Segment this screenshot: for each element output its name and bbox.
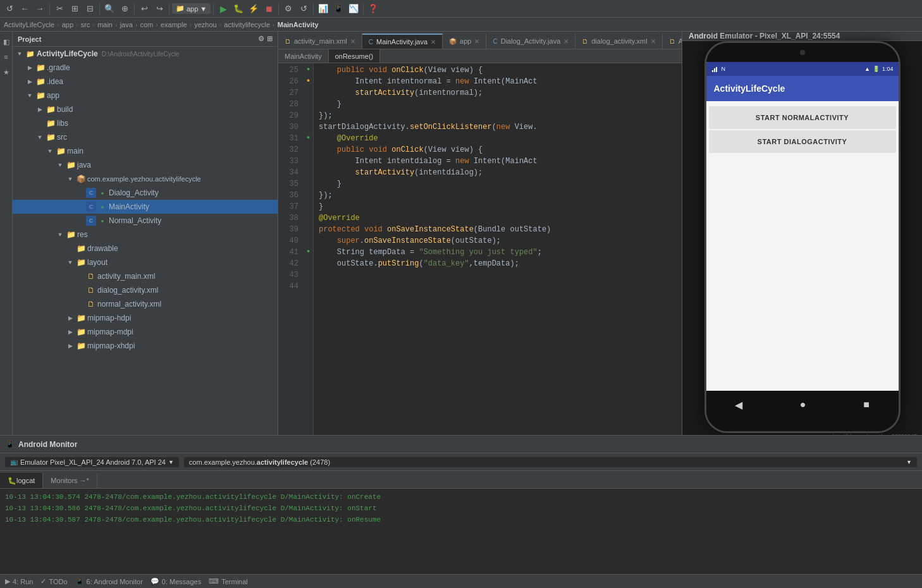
method-tab-onresume[interactable]: onResume() bbox=[329, 49, 381, 63]
bc-example[interactable]: example bbox=[161, 21, 187, 28]
emulator-selector[interactable]: 📺 Emulator Pixel_XL_API_24 Android 7.0, … bbox=[5, 457, 179, 467]
tab-activity-main-xml[interactable]: 🗋 activity_main.xml ✕ bbox=[278, 34, 362, 49]
tree-mipmap-xhdpi[interactable]: ▶ 📁 mipmap-xhdpi bbox=[13, 339, 278, 353]
structure-icon[interactable]: ≡ bbox=[1, 52, 11, 62]
bc-mainactivity[interactable]: MainActivity bbox=[278, 21, 319, 28]
redo-btn[interactable]: ↪ bbox=[152, 2, 166, 16]
method-tab-mainactivity[interactable]: MainActivity bbox=[278, 49, 329, 63]
bc-sep7: › bbox=[190, 21, 192, 28]
cut-btn[interactable]: ✂ bbox=[52, 2, 66, 16]
tab-mainactivity-java-close[interactable]: ✕ bbox=[431, 39, 436, 46]
paste-btn[interactable]: ⊟ bbox=[83, 2, 97, 16]
tree-mipmap-mdpi[interactable]: ▶ 📁 mipmap-mdpi bbox=[13, 325, 278, 339]
stop-icon[interactable]: ◼ bbox=[262, 2, 276, 16]
tree-idea[interactable]: ▶ 📁 .idea bbox=[13, 75, 278, 89]
tab-dialog-xml-label: dialog_activity.xml bbox=[591, 37, 647, 45]
replace-btn[interactable]: ⊕ bbox=[118, 2, 132, 16]
monitor-icon[interactable]: 📉 bbox=[347, 2, 360, 16]
package-pid: (2478) bbox=[308, 458, 330, 466]
bc-main[interactable]: main bbox=[97, 21, 113, 28]
bc-java[interactable]: java bbox=[120, 21, 133, 28]
undo-btn[interactable]: ↩ bbox=[137, 2, 151, 16]
status-android-monitor[interactable]: 📱 6: Android Monitor bbox=[75, 577, 143, 585]
emulator-selector-icon: 📺 bbox=[10, 458, 18, 465]
app-folder-icon2: 📁 bbox=[35, 90, 46, 101]
tab-app-close[interactable]: ✕ bbox=[474, 38, 479, 45]
bottom-log-tabs: 🐛 logcat Monitors →* bbox=[0, 471, 922, 489]
tree-normal-activity[interactable]: ▶ C ● Normal_Activity bbox=[13, 214, 278, 228]
help-icon[interactable]: ❓ bbox=[366, 2, 380, 16]
tab-dialog-activity-close[interactable]: ✕ bbox=[563, 38, 569, 45]
phone-btn-normal[interactable]: START NORMALACTIVITY bbox=[709, 106, 896, 129]
tab-dialog-activity-java[interactable]: C Dialog_Activity.java ✕ bbox=[486, 34, 575, 49]
back-btn[interactable]: ← bbox=[18, 2, 32, 16]
app-selector[interactable]: 📁 app ▼ bbox=[172, 3, 211, 14]
nav-back[interactable]: ◀ bbox=[735, 399, 742, 411]
sdk-icon[interactable]: 📊 bbox=[316, 2, 330, 16]
tree-root[interactable]: ▼ 📁 ActivityLifeCycle D:\Android\Activit… bbox=[13, 47, 278, 61]
project-icon[interactable]: ◧ bbox=[1, 37, 11, 47]
sync-icon[interactable]: ↺ bbox=[297, 2, 310, 16]
phone-btn-dialog[interactable]: START DIALOGACTIVITY bbox=[709, 130, 896, 153]
tab-app[interactable]: 📦 app ✕ bbox=[443, 34, 486, 49]
tree-normal-xml[interactable]: ▶ 🗋 normal_activity.xml bbox=[13, 297, 278, 311]
fav-icon[interactable]: ★ bbox=[1, 67, 11, 77]
status-todo[interactable]: ✓ TODo bbox=[40, 577, 67, 585]
phone-btn-normal-label: START NORMALACTIVITY bbox=[756, 114, 849, 121]
log-tab-monitors[interactable]: Monitors →* bbox=[43, 473, 97, 488]
forward-btn[interactable]: → bbox=[33, 2, 47, 16]
tree-main[interactable]: ▼ 📁 main bbox=[13, 144, 278, 158]
tree-package[interactable]: ▼ 📦 com.example.yezhou.activitylifecycle bbox=[13, 172, 278, 186]
status-messages[interactable]: 💬 0: Messages bbox=[151, 577, 201, 585]
tree-dialog-xml[interactable]: ▶ 🗋 dialog_activity.xml bbox=[13, 283, 278, 297]
sidebar: Project ⚙ ⊞ ▼ 📁 ActivityLifeCycle D:\And… bbox=[13, 32, 278, 435]
tab-androidmanifest[interactable]: 🗋 AndroidManifest... ✕ bbox=[663, 34, 682, 49]
nav-home[interactable]: ● bbox=[800, 399, 806, 410]
debug-icon[interactable]: 🐛 bbox=[231, 2, 245, 16]
tab-activity-main-xml-close[interactable]: ✕ bbox=[350, 38, 355, 45]
status-terminal[interactable]: ⌨ Terminal bbox=[209, 577, 248, 585]
tree-mainactivity[interactable]: ▶ C ● MainActivity bbox=[13, 200, 278, 214]
tree-dialog-activity[interactable]: ▶ C ● Dialog_Activity bbox=[13, 186, 278, 200]
gradle-folder-icon: 📁 bbox=[35, 63, 46, 73]
nav-recent[interactable]: ■ bbox=[863, 399, 870, 410]
phone-bottom bbox=[706, 419, 899, 431]
bc-actlc[interactable]: activitylifecycle bbox=[224, 21, 270, 28]
package-selector[interactable]: com.example.yezhou.activitylifecycle (24… bbox=[184, 457, 917, 467]
log-tab-logcat[interactable]: 🐛 logcat bbox=[0, 473, 43, 488]
status-run[interactable]: ▶ 4: Run bbox=[5, 577, 33, 585]
tree-activity-main-xml[interactable]: ▶ 🗋 activity_main.xml bbox=[13, 269, 278, 283]
refresh-btn[interactable]: ↺ bbox=[3, 2, 16, 16]
tree-res[interactable]: ▼ 📁 res bbox=[13, 228, 278, 242]
tree-mipmap-hdpi[interactable]: ▶ 📁 mipmap-hdpi bbox=[13, 311, 278, 325]
tree-layout[interactable]: ▼ 📁 layout bbox=[13, 255, 278, 269]
bc-yezhou[interactable]: yezhou bbox=[194, 21, 216, 28]
bc-com[interactable]: com bbox=[140, 21, 154, 28]
attach-icon[interactable]: ⚡ bbox=[247, 2, 261, 16]
sidebar-layout-icon[interactable]: ⊞ bbox=[267, 35, 273, 43]
search-btn[interactable]: 🔍 bbox=[102, 2, 116, 16]
tab-mainactivity-java[interactable]: C MainActivity.java ✕ bbox=[362, 34, 443, 49]
sidebar-settings-icon[interactable]: ⚙ bbox=[258, 35, 264, 43]
tree-gradle[interactable]: ▶ 📁 .gradle bbox=[13, 61, 278, 75]
tree-app[interactable]: ▼ 📁 app bbox=[13, 89, 278, 102]
tree-libs[interactable]: ▶ 📁 libs bbox=[13, 116, 278, 130]
tree-drawable[interactable]: ▶ 📁 drawable bbox=[13, 242, 278, 255]
copy-btn[interactable]: ⊞ bbox=[68, 2, 82, 16]
run-icon[interactable]: ▶ bbox=[216, 2, 230, 16]
tree-src[interactable]: ▼ 📁 src bbox=[13, 130, 278, 144]
tab-dialog-xml-close[interactable]: ✕ bbox=[651, 38, 656, 45]
log-area: 10-13 13:04:30.574 2478-2478/com.example… bbox=[0, 489, 922, 574]
package-prefix: com.example.yezhou. bbox=[189, 458, 257, 466]
avd-icon[interactable]: 📱 bbox=[331, 2, 345, 16]
gradle-icon[interactable]: ⚙ bbox=[281, 2, 295, 16]
bc-src[interactable]: src bbox=[81, 21, 90, 28]
code-line-26: Intent intentnormal = new Intent(MainAct bbox=[319, 76, 677, 87]
tree-build[interactable]: ▶ 📁 build bbox=[13, 102, 278, 116]
code-content[interactable]: public void onClick(View view) { Intent … bbox=[314, 63, 682, 435]
res-arrow: ▼ bbox=[56, 230, 65, 239]
bc-app[interactable]: app bbox=[62, 21, 73, 28]
bc-activitylifecycle[interactable]: ActivityLifeCycle bbox=[4, 21, 54, 28]
tree-java[interactable]: ▼ 📁 java bbox=[13, 158, 278, 172]
tab-dialog-xml[interactable]: 🗋 dialog_activity.xml ✕ bbox=[575, 34, 662, 49]
